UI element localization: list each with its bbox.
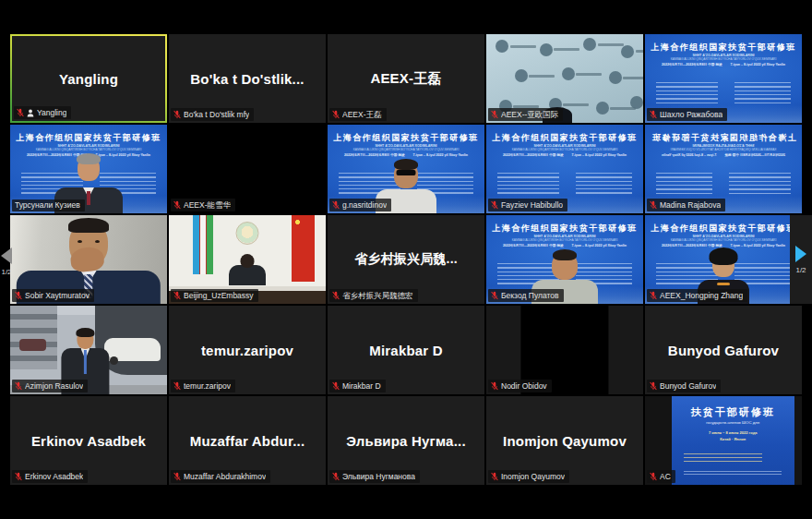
muted-mic-icon	[650, 472, 657, 481]
slide-date-left: 2022年6月7日—2022年6月8日 中国·杨凌	[662, 244, 722, 247]
muted-mic-icon	[491, 381, 498, 391]
slide-text-block	[729, 173, 791, 195]
uzbekistan-emblem	[236, 222, 259, 245]
participant-tile[interactable]: 上海合作组织国家扶贫干部研修班SHHT A'ZO-DAVLATLAR XODIM…	[10, 125, 167, 213]
slide-title: 上海合作组织国家扶贫干部研修班	[10, 132, 167, 144]
participant-nameplate: AEEX-王磊	[329, 108, 387, 121]
muted-mic-icon	[173, 381, 181, 391]
participant-tile[interactable]: 上海合作组织国家扶贫干部研修班SHHT A'ZO-DAVLATLAR XODIM…	[645, 34, 802, 123]
aeex-logo-circle	[583, 38, 596, 51]
participant-nameplate: Эльвира Нугманова	[329, 470, 420, 483]
slide-text-block	[684, 471, 782, 477]
participant-tile[interactable]: AEEX-能雪华	[169, 125, 326, 213]
slide-dates: 2022年6月7日—2022年6月8日 中国·杨凌7-iyun – 8-iyul…	[645, 63, 802, 66]
person-head	[241, 254, 255, 268]
participant-tile[interactable]: YanglingYangling	[10, 34, 167, 123]
participant-tile[interactable]: Nodir Obidov	[486, 306, 643, 394]
aeex-logo-circle	[496, 40, 508, 53]
slide-subtitle2: KAMBAG'ALLIKNI QISQARTIRISH BO'YICHA TAY…	[486, 238, 643, 242]
participant-tile[interactable]: Inomjon QayumovInomjon Qayumov	[486, 396, 643, 485]
participant-tile[interactable]: Muzaffar Abdur...Muzaffar Abdurakhimov	[169, 396, 326, 485]
participant-tile[interactable]: AEEX--亚欧国际	[486, 34, 643, 123]
aeex-logo-circle	[515, 69, 528, 82]
slide-title: 上海合作组织国家扶贫干部研修班	[486, 132, 643, 144]
slide-subtitle2: KAMBAG'ALLIKNI QISQARTIRISH BO'YICHA TAY…	[10, 148, 167, 151]
muted-mic-icon	[491, 291, 498, 300]
participant-tile[interactable]: 省乡村振兴局魏...省乡村振兴局魏德宏	[328, 215, 484, 304]
slide-text-block	[656, 173, 712, 195]
video-grid: YanglingYanglingBo'ka t Do'stlik...Bo'ka…	[10, 34, 802, 485]
muted-mic-icon	[15, 381, 22, 391]
participant-name-label: Турсунали Кузиев	[15, 201, 80, 210]
participant-name-label: Bo'ka t Do'stlik mfy	[184, 111, 249, 119]
slide-subtitle2: KAMBAG'ALLIKNI QISQARTIRISH BO'YICHA TAY…	[486, 148, 643, 151]
car-dark	[19, 339, 46, 350]
participant-tile[interactable]: 上海合作组织国家扶贫干部研修班SHHT A'ZO-DAVLATLAR XODIM…	[328, 125, 484, 213]
muted-mic-icon	[332, 291, 340, 300]
slide-date-right: 7-iyun – 8-iyul 2022 yil Xitoy·Yanlin	[662, 153, 717, 157]
uzbekistan-flag	[193, 215, 213, 274]
slide-title: 扶贫干部研修班	[672, 405, 794, 419]
page-indicator: 1/2	[795, 266, 806, 274]
participant-display-name: Эльвира Нугма...	[346, 433, 466, 449]
muted-mic-icon	[173, 110, 181, 119]
aeex-logo-circle	[621, 45, 634, 58]
participant-name-label: temur.zaripov	[184, 382, 231, 391]
participant-tile[interactable]: Эльвира Нугма...Эльвира Нугманова	[328, 396, 484, 485]
participant-tile[interactable]: AEEX-王磊AEEX-王磊	[328, 34, 484, 123]
participant-nameplate: Nodir Obidov	[488, 380, 552, 392]
participant-nameplate: AEEX-能雪华	[171, 199, 235, 211]
muted-mic-icon	[650, 291, 657, 300]
participant-display-name: Erkinov Asadbek	[31, 433, 146, 449]
participant-tile[interactable]: Erkinov AsadbekErkinov Asadbek	[10, 396, 167, 485]
slide-title: 上海合作组织国家扶贫干部研修班	[645, 223, 802, 235]
participant-tile[interactable]: Sobir Xaytmuratov	[10, 215, 167, 304]
participant-name-label: Sobir Xaytmuratov	[25, 292, 90, 300]
muted-mic-icon	[332, 472, 340, 481]
slide-date-left: 2022年6月7日—2022年6月8日 中国·杨凌	[503, 153, 564, 157]
muted-mic-icon	[332, 381, 340, 391]
participant-display-name: Bunyod Gafurov	[668, 343, 779, 358]
participant-nameplate: Fayziev Habibullo	[488, 199, 567, 211]
participant-name-label: AEEX-王磊	[342, 111, 382, 119]
participant-display-name: Yangling	[59, 71, 118, 87]
slide-dates: 2022年6月7日—2022年6月8日 中国·杨凌7-iyun – 8-iyul…	[645, 153, 802, 157]
participant-tile[interactable]: temur.zaripovtemur.zaripov	[169, 306, 326, 394]
person-hair	[77, 153, 101, 164]
participant-name-label: Эльвира Нугманова	[342, 473, 415, 481]
participant-tile[interactable]: Beijing_UzEmbassy	[169, 215, 326, 304]
next-page-arrow-icon[interactable]	[795, 246, 806, 262]
slide-subtitle2: KAMBAG'ALLIKNI QISQARTIRISH BO'YICHA TAY…	[645, 57, 802, 61]
participant-tile[interactable]: 上海合作组织国家扶贫干部研修班SHHT A'ZO-DAVLATLAR XODIM…	[486, 215, 643, 304]
slide-date-right: 7-iyun – 8-iyul 2022 yil Xitoy·Yanlin	[412, 153, 468, 157]
participant-tile[interactable]: Bunyod GafurovBunyod Gafurov	[645, 306, 802, 394]
next-page-control: 1/2	[790, 215, 812, 304]
participant-tile[interactable]: Mirakbar DMirakbar D	[328, 306, 484, 394]
building-left	[10, 306, 57, 369]
participant-tile[interactable]: Bo'ka t Do'stlik...Bo'ka t Do'stlik mfy	[169, 34, 326, 123]
slide-date-left: 2022年6月7日—2022年6月8日 中国·杨凌	[662, 63, 722, 66]
slide-text-block	[734, 82, 791, 104]
prev-page-arrow-icon[interactable]	[1, 247, 12, 264]
person-eye	[95, 240, 100, 243]
participant-name-label: Azimjon Rasulov	[25, 382, 83, 391]
aeex-logo-circle	[630, 96, 643, 109]
participant-name-label: Madina Rajabova	[660, 201, 721, 210]
participant-nameplate: AC	[647, 470, 675, 483]
aeex-logo-text	[598, 43, 624, 46]
muted-mic-icon	[491, 472, 498, 481]
muted-mic-icon	[15, 291, 22, 300]
aeex-logo-text	[563, 103, 589, 106]
participant-name-label: 省乡村振兴局魏德宏	[342, 292, 413, 300]
participant-display-name: AEEX-王磊	[370, 70, 441, 88]
participant-tile[interactable]: Azimjon Rasulov	[10, 306, 167, 394]
participant-tile[interactable]: 上海合作组织国家扶贫干部研修班SHHT A'ZO-DAVLATLAR XODIM…	[645, 215, 802, 304]
participant-tile[interactable]: 上海合作组织国家扶贫干部研修班SHHT A'ZO-DAVLATLAR XODIM…	[486, 125, 643, 213]
slide-dates: 2022年6月7日—2022年6月8日 中国·杨凌7-iyun – 8-iyul…	[486, 244, 643, 247]
slide-date-left: 2022年6月7日—2022年6月8日 中国·杨凌	[503, 244, 564, 247]
participant-tile[interactable]: 上海合作组织国家扶贫干部研修班SHHT A'ZO-DAVLATLAR XODIM…	[645, 125, 802, 213]
muted-mic-icon	[332, 110, 340, 119]
participant-tile[interactable]: 扶贫干部研修班государств-членов ШОС для7 июня –…	[645, 396, 802, 485]
participant-display-name: Mirakbar D	[369, 343, 443, 358]
participant-name-label: Nodir Obidov	[501, 382, 547, 391]
